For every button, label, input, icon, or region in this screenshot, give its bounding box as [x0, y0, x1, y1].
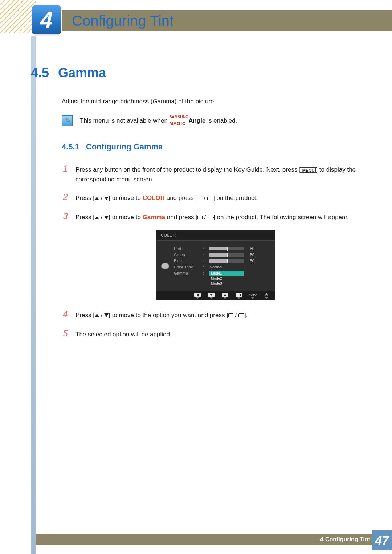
step-text: The selected option will be applied.	[75, 330, 370, 339]
osd-key-enter	[232, 293, 246, 299]
step-text: Press [ / ] to move to Gamma and press […	[75, 213, 370, 222]
palette-icon	[161, 263, 169, 269]
osd-gamma-mode2: Mode2	[209, 276, 244, 281]
osd-label-green: Green	[174, 252, 199, 258]
osd-label-blue: Blue	[174, 258, 199, 264]
triangle-up-icon	[95, 197, 99, 200]
step-1: 1 Press any button on the front of the p…	[62, 162, 370, 184]
t: ] to move to	[109, 214, 143, 221]
osd-green-row: 50	[209, 252, 271, 258]
chapter-title: Configuring Tint	[72, 10, 173, 31]
triangle-down-icon	[104, 313, 109, 317]
power-icon	[265, 294, 268, 296]
keyword-gamma: Gamma	[143, 214, 165, 221]
box-icon	[197, 216, 203, 219]
step-number: 4	[62, 307, 69, 321]
osd-key-down	[204, 293, 218, 299]
step-number: 5	[62, 327, 69, 340]
note-text: This menu is not available when SAMSUNGM…	[80, 116, 237, 126]
t: and press [	[165, 194, 197, 201]
t: ] on the product. The following screen w…	[213, 214, 349, 221]
note-magic: MAGIC	[170, 121, 186, 126]
osd-label-colortone: Color Tone	[174, 264, 199, 270]
triangle-down-icon	[104, 197, 109, 200]
osd-icon-col	[160, 246, 170, 286]
subsection-number: 4.5.1	[62, 141, 79, 153]
osd-body: Red Green Blue Color Tone Gamma ::::: 50	[156, 241, 275, 291]
footer: 4 Configuring Tint 47	[0, 534, 392, 554]
menu-button-icon: MENU	[301, 167, 316, 173]
osd-title: COLOR	[156, 230, 275, 241]
osd-screenshot: COLOR Red Green Blue Color Tone Gamma ::…	[156, 230, 275, 300]
subsection-heading: 4.5.1 Configuring Gamma	[62, 141, 370, 153]
decorative-diagonal-lines	[0, 0, 36, 33]
section-title: Gamma	[58, 65, 106, 81]
osd-red-value: 50	[247, 246, 254, 252]
step-number: 2	[62, 190, 69, 204]
step-text: Press [ / ] to move to the option you wa…	[75, 311, 370, 320]
step-3: 3 Press [ / ] to move to Gamma and press…	[62, 209, 370, 223]
note-icon: ✎	[62, 115, 73, 126]
triangle-up-icon	[95, 216, 99, 219]
page-number-badge: 47	[372, 530, 392, 550]
footer-chapter-text: 4 Configuring Tint	[320, 534, 370, 545]
enter-icon	[238, 313, 244, 317]
note-samsung: SAMSUNG	[170, 116, 189, 119]
intro-paragraph: Adjust the mid-range brightness (Gamma) …	[62, 97, 370, 106]
t: ] to move to	[109, 194, 143, 201]
keyword-color: COLOR	[143, 194, 165, 201]
t: and press [	[165, 214, 197, 221]
enter-icon	[207, 197, 213, 200]
osd-red-row: 50	[209, 246, 271, 252]
enter-icon	[208, 216, 213, 219]
osd-key-power	[260, 293, 273, 299]
box-icon	[228, 313, 233, 317]
osd-blue-value: 50	[247, 258, 254, 264]
osd-key-up	[218, 293, 232, 299]
t: ] to move to the option you want and pre…	[109, 312, 228, 319]
osd-key-auto: AUTO	[246, 293, 260, 299]
step-text: Press any button on the front of the pro…	[75, 165, 370, 184]
step-number: 1	[62, 162, 69, 175]
section-heading: 4.5 Gamma	[31, 65, 370, 81]
t: Press [	[75, 312, 95, 319]
step-text: Press [ / ] to move to COLOR and press […	[75, 193, 370, 203]
osd-green-value: 50	[247, 252, 254, 258]
t: ] on the product.	[213, 194, 258, 201]
content-area: 4.5 Gamma Adjust the mid-range brightnes…	[31, 65, 370, 346]
section-number: 4.5	[31, 65, 49, 81]
osd-keyrow: AUTO	[156, 291, 275, 300]
note-angle: Angle	[188, 117, 205, 124]
step-number: 3	[62, 209, 69, 223]
t: Press any button on the front of the pro…	[75, 166, 301, 173]
osd-gamma-mode3: Mode3	[209, 281, 244, 286]
osd-colons: :::::	[203, 246, 206, 286]
t: Press [	[75, 214, 95, 221]
triangle-up-icon	[95, 313, 99, 317]
chapter-number-badge: 4	[32, 5, 61, 34]
note-post: is enabled.	[205, 117, 237, 124]
osd-label-red: Red	[174, 246, 199, 252]
osd-blue-row: 50	[209, 258, 271, 264]
osd-gamma-options: Mode1 Mode2 Mode3	[209, 271, 271, 286]
triangle-down-icon	[104, 216, 109, 219]
note-pre: This menu is not available when	[80, 117, 170, 124]
step-4: 4 Press [ / ] to move to the option you …	[62, 307, 370, 321]
note-block: ✎ This menu is not available when SAMSUN…	[62, 115, 370, 126]
osd-colortone-value: Normal	[209, 264, 271, 270]
box-icon	[197, 197, 202, 200]
osd-label-gamma: Gamma	[174, 270, 199, 276]
step-2: 2 Press [ / ] to move to COLOR and press…	[62, 190, 370, 204]
osd-key-back	[191, 293, 204, 299]
osd-gamma-mode1: Mode1	[209, 271, 244, 276]
t: Press [	[75, 194, 95, 201]
step-5: 5 The selected option will be applied.	[62, 327, 370, 340]
osd-values: 50 50 50 Normal Mode1 Mode2 Mode3	[209, 246, 271, 286]
section-body: Adjust the mid-range brightness (Gamma) …	[31, 97, 370, 340]
osd-labels: Red Green Blue Color Tone Gamma	[174, 246, 199, 286]
subsection-title: Configuring Gamma	[86, 141, 163, 153]
